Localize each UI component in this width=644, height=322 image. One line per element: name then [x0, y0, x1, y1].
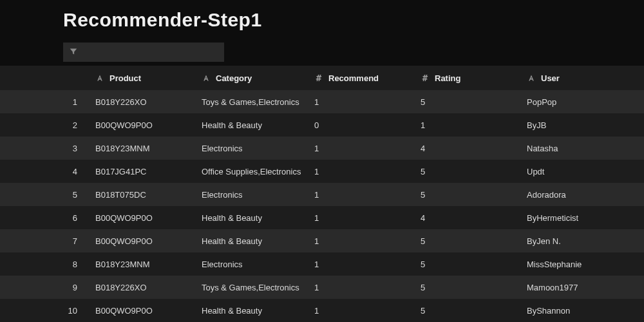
table-row[interactable]: 5B018T075DCElectronics15Adoradora: [0, 183, 644, 206]
cell-recommend: 1: [308, 213, 414, 223]
cell-category: Electronics: [195, 260, 308, 269]
table-row[interactable]: 1B018Y226XOToys & Games,Electronics15Pop…: [0, 90, 644, 113]
column-label: Product: [109, 73, 141, 83]
table-header-row: Product Category # Recommend # Rating Us…: [0, 66, 644, 90]
cell-product: B00QWO9P0O: [89, 236, 195, 246]
filter-icon: [70, 48, 77, 57]
column-header-category[interactable]: Category: [195, 73, 308, 83]
row-number: 2: [0, 120, 89, 130]
column-header-product[interactable]: Product: [89, 73, 195, 83]
cell-recommend: 1: [308, 236, 414, 246]
cell-user: Natasha: [520, 144, 644, 153]
cell-category: Electronics: [195, 144, 308, 153]
row-number: 10: [0, 306, 89, 316]
row-number: 3: [0, 144, 89, 153]
table-row[interactable]: 4B017JG41PCOffice Supplies,Electronics15…: [0, 160, 644, 183]
cell-user: ByHermeticist: [520, 213, 644, 223]
page-title: Recommender-Step1: [0, 0, 644, 43]
cell-user: PopPop: [520, 97, 644, 107]
cell-user: ByShannon: [520, 306, 644, 316]
text-type-icon: [95, 73, 104, 82]
text-type-icon: [202, 73, 211, 82]
cell-user: Updt: [520, 167, 644, 176]
table-row[interactable]: 7B00QWO9P0OHealth & Beauty15ByJen N.: [0, 229, 644, 252]
table-row[interactable]: 9B018Y226XOToys & Games,Electronics15Mam…: [0, 276, 644, 299]
cell-recommend: 0: [308, 120, 414, 130]
cell-product: B018T075DC: [89, 190, 195, 200]
row-number: 4: [0, 167, 89, 176]
cell-recommend: 1: [308, 306, 414, 316]
row-number: 1: [0, 97, 89, 107]
cell-product: B017JG41PC: [89, 167, 195, 176]
cell-product: B018Y23MNM: [89, 144, 195, 153]
cell-product: B018Y226XO: [89, 283, 195, 292]
table-row[interactable]: 2B00QWO9P0OHealth & Beauty01ByJB: [0, 113, 644, 137]
cell-category: Toys & Games,Electronics: [195, 97, 308, 107]
cell-user: Mamoon1977: [520, 283, 644, 292]
column-header-rating[interactable]: # Rating: [414, 73, 520, 83]
cell-recommend: 1: [308, 144, 414, 153]
data-table: Product Category # Recommend # Rating Us…: [0, 66, 644, 322]
cell-recommend: 1: [308, 190, 414, 200]
column-label: Category: [216, 73, 252, 83]
cell-category: Office Supplies,Electronics: [195, 167, 308, 176]
cell-product: B00QWO9P0O: [89, 120, 195, 130]
cell-rating: 4: [414, 144, 520, 153]
cell-rating: 5: [414, 97, 520, 107]
row-number: 9: [0, 283, 89, 292]
cell-rating: 4: [414, 213, 520, 223]
column-label: Rating: [435, 73, 460, 83]
row-number: 8: [0, 260, 89, 269]
cell-category: Health & Beauty: [195, 213, 308, 223]
table-row[interactable]: 10B00QWO9P0OHealth & Beauty15ByShannon: [0, 299, 644, 322]
cell-user: Adoradora: [520, 190, 644, 200]
cell-category: Toys & Games,Electronics: [195, 283, 308, 292]
cell-rating: 1: [414, 120, 520, 130]
cell-recommend: 1: [308, 167, 414, 176]
cell-recommend: 1: [308, 260, 414, 269]
cell-category: Electronics: [195, 190, 308, 200]
cell-recommend: 1: [308, 97, 414, 107]
cell-user: MissStephanie: [520, 260, 644, 269]
cell-rating: 5: [414, 236, 520, 246]
cell-product: B018Y226XO: [89, 97, 195, 107]
cell-rating: 5: [414, 260, 520, 269]
table-row[interactable]: 8B018Y23MNMElectronics15MissStephanie: [0, 252, 644, 276]
cell-category: Health & Beauty: [195, 236, 308, 246]
row-number: 6: [0, 213, 89, 223]
cell-rating: 5: [414, 167, 520, 176]
cell-rating: 5: [414, 190, 520, 200]
table-row[interactable]: 3B018Y23MNMElectronics14Natasha: [0, 137, 644, 160]
number-type-icon: #: [314, 73, 323, 83]
column-header-user[interactable]: User: [520, 73, 644, 83]
cell-user: ByJen N.: [520, 236, 644, 246]
cell-recommend: 1: [308, 283, 414, 292]
cell-user: ByJB: [520, 120, 644, 130]
row-number: 5: [0, 190, 89, 200]
cell-product: B00QWO9P0O: [89, 306, 195, 316]
row-number: 7: [0, 236, 89, 246]
column-label: User: [541, 73, 560, 83]
cell-rating: 5: [414, 306, 520, 316]
number-type-icon: #: [421, 73, 430, 83]
filter-input[interactable]: [63, 43, 224, 62]
column-header-recommend[interactable]: # Recommend: [308, 73, 414, 83]
table-row[interactable]: 6B00QWO9P0OHealth & Beauty14ByHermeticis…: [0, 206, 644, 229]
text-type-icon: [527, 73, 536, 82]
cell-category: Health & Beauty: [195, 120, 308, 130]
cell-rating: 5: [414, 283, 520, 292]
column-label: Recommend: [328, 73, 379, 83]
cell-category: Health & Beauty: [195, 306, 308, 316]
cell-product: B018Y23MNM: [89, 260, 195, 269]
cell-product: B00QWO9P0O: [89, 213, 195, 223]
